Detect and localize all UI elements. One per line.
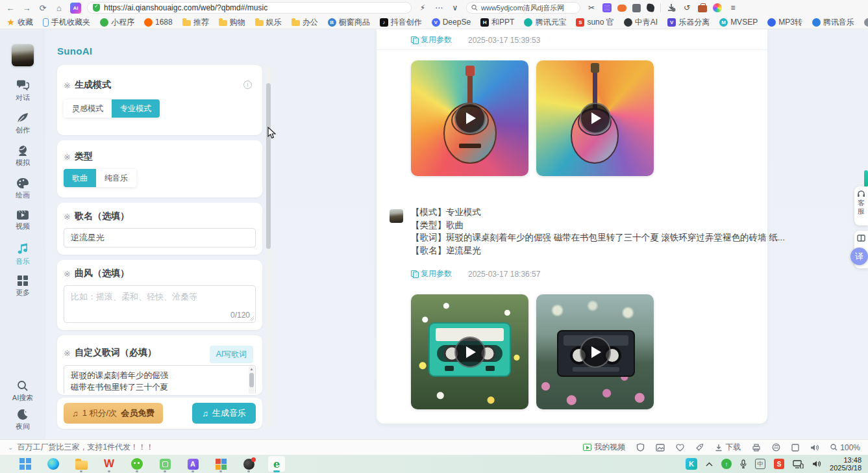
zoom-level[interactable]: 100% bbox=[830, 443, 860, 452]
more-dots-icon[interactable]: ⋯ bbox=[434, 3, 444, 13]
sidebar-item-more[interactable]: 更多 bbox=[0, 275, 45, 298]
reuse-params-button[interactable]: 复用参数 bbox=[411, 268, 452, 279]
avatar[interactable] bbox=[12, 44, 34, 66]
bookmark-item[interactable]: B 橱窗商品 bbox=[328, 17, 370, 28]
resize-handle[interactable] bbox=[249, 316, 254, 321]
bookmark-item[interactable]: V 乐器分离 bbox=[667, 17, 710, 28]
bookmark-item[interactable]: 推荐 bbox=[182, 17, 209, 28]
reading-mode-icon[interactable] bbox=[632, 4, 641, 12]
sidebar-item-chat[interactable]: 对话 bbox=[0, 80, 45, 103]
scroll-up-icon[interactable]: ▲ bbox=[249, 366, 254, 372]
scrollbar-thumb[interactable] bbox=[266, 83, 271, 249]
reuse-params-button[interactable]: 复用参数 bbox=[411, 34, 452, 45]
address-bar[interactable]: https://ai.qianshouaigc.com/web/?qbmd#/m… bbox=[87, 2, 412, 14]
play-button[interactable] bbox=[454, 337, 486, 368]
bookmark-item[interactable]: V DeepSe bbox=[432, 18, 471, 27]
type-option-instrumental[interactable]: 纯音乐 bbox=[96, 169, 136, 187]
album-art-cassette-2[interactable] bbox=[536, 294, 654, 409]
sidebar-item-music[interactable]: 音乐 bbox=[0, 242, 45, 266]
style-textarea[interactable]: 比如：摇滚、柔和、轻快、沧桑等 0/120 bbox=[64, 285, 256, 323]
bookmark-item[interactable]: 网易音乐 bbox=[864, 17, 868, 28]
toolbox-icon[interactable] bbox=[698, 5, 707, 12]
taskbar-player[interactable] bbox=[240, 456, 257, 472]
window-icon[interactable] bbox=[791, 444, 799, 452]
input-method-icon[interactable]: 中 bbox=[755, 459, 765, 469]
collapse-icon[interactable]: ⌄ bbox=[8, 444, 13, 451]
taskbar-explorer[interactable] bbox=[73, 456, 90, 472]
ai-write-lyrics-button[interactable]: AI写歌词 bbox=[210, 346, 253, 363]
bookmark-item[interactable]: 收藏 bbox=[6, 17, 33, 28]
rocket-icon[interactable] bbox=[695, 443, 704, 452]
heart-icon[interactable] bbox=[676, 444, 684, 452]
sogou-input-icon[interactable]: S bbox=[774, 459, 784, 469]
play-button[interactable] bbox=[454, 103, 486, 134]
download-button[interactable]: 下载 bbox=[715, 442, 741, 453]
sidebar-item-paint[interactable]: 绘画 bbox=[0, 177, 45, 200]
my-video-button[interactable]: 我的视频 bbox=[583, 442, 625, 453]
taskbar-wps[interactable]: W bbox=[101, 456, 118, 472]
lyrics-textarea[interactable]: 斑驳的课桌刻着年少的倔强 磁带在书包里转了三十个夏 滚铁环穿过弄堂褪色的砖墙 ▲ bbox=[64, 365, 256, 394]
ie-icon[interactable] bbox=[772, 443, 780, 452]
sidebar-item-video[interactable]: 视频 bbox=[0, 210, 45, 231]
bookmark-item[interactable]: MP3转 bbox=[767, 17, 802, 28]
taskbar-edge[interactable] bbox=[45, 456, 62, 472]
bookmark-item[interactable]: 腾讯元宝 bbox=[524, 17, 566, 28]
play-button[interactable] bbox=[580, 337, 611, 368]
type-option-song[interactable]: 歌曲 bbox=[64, 169, 96, 187]
album-art-guitar-2[interactable] bbox=[536, 60, 654, 176]
volume-icon[interactable] bbox=[812, 460, 821, 468]
extension-purple-icon[interactable] bbox=[602, 3, 612, 12]
bookmark-item[interactable]: H 和PPT bbox=[480, 17, 514, 28]
page-scroll-indicator[interactable] bbox=[864, 170, 868, 187]
search-box[interactable]: www5ydjcom清风dj音乐网 bbox=[466, 2, 580, 14]
panel-scrollbar[interactable] bbox=[266, 65, 271, 429]
extension-dark-icon[interactable] bbox=[646, 3, 655, 12]
credit-cost-button[interactable]: ♫ 1 积分/次 会员免费 bbox=[64, 403, 163, 424]
customer-service-widget[interactable]: 客服 bbox=[854, 186, 868, 225]
bookmark-item[interactable]: 娱乐 bbox=[255, 17, 282, 28]
scrollbar-thumb[interactable] bbox=[249, 373, 254, 387]
lyrics-scrollbar[interactable]: ▲ bbox=[249, 366, 254, 394]
mode-option-inspiration[interactable]: 灵感模式 bbox=[64, 99, 112, 118]
game-center-icon[interactable] bbox=[617, 5, 626, 12]
kuaishou-tray-icon[interactable]: K bbox=[686, 458, 697, 470]
album-art-guitar-1[interactable] bbox=[411, 60, 528, 176]
ai-assistant-icon[interactable]: AI bbox=[70, 3, 81, 14]
bookmark-item[interactable]: 手机收藏夹 bbox=[43, 17, 90, 28]
mode-option-professional[interactable]: 专业模式 bbox=[112, 99, 160, 118]
forward-icon[interactable]: → bbox=[21, 3, 32, 13]
image-icon[interactable] bbox=[656, 444, 665, 452]
bookmark-item[interactable]: S suno 官 bbox=[576, 17, 614, 28]
bookmark-item[interactable]: ♪ 抖音创作 bbox=[380, 17, 422, 28]
undo-icon[interactable]: ↺ bbox=[682, 3, 692, 13]
bookmark-item[interactable]: 小程序 bbox=[100, 17, 134, 28]
sidebar-item-ai-search[interactable]: AI搜索 bbox=[0, 380, 45, 403]
start-button[interactable] bbox=[17, 456, 34, 472]
bookmark-item[interactable]: 购物 bbox=[219, 17, 245, 28]
info-icon[interactable]: ! bbox=[243, 81, 252, 89]
translate-button[interactable]: 译 bbox=[850, 248, 868, 265]
printer-icon[interactable] bbox=[752, 444, 761, 452]
menu-icon[interactable]: ≡ bbox=[728, 3, 738, 13]
taskbar-office-suite[interactable] bbox=[212, 456, 229, 472]
home-icon[interactable]: ⌂ bbox=[54, 3, 64, 13]
taskbar-screenshot[interactable] bbox=[156, 456, 173, 472]
scissors-icon[interactable]: ✂ bbox=[586, 3, 597, 13]
speaker-icon[interactable] bbox=[810, 444, 819, 452]
album-art-cassette-1[interactable] bbox=[411, 294, 528, 409]
speedup-tray-icon[interactable]: ↑ bbox=[721, 459, 732, 469]
song-name-input[interactable] bbox=[64, 228, 256, 248]
theme-wheel-icon[interactable] bbox=[713, 3, 722, 12]
download-icon[interactable] bbox=[667, 3, 676, 12]
taskbar-assistant[interactable]: A bbox=[184, 456, 201, 472]
taskbar-wechat[interactable] bbox=[129, 456, 145, 472]
bookmark-item[interactable]: 中青AI bbox=[624, 17, 658, 28]
sidebar-item-simulate[interactable]: 模拟 bbox=[0, 145, 45, 168]
sidebar-item-night[interactable]: 夜间 bbox=[0, 409, 45, 431]
play-button[interactable] bbox=[580, 103, 611, 134]
sidebar-item-create[interactable]: 创作 bbox=[0, 112, 45, 135]
generate-music-button[interactable]: ♫ 生成音乐 bbox=[192, 403, 256, 424]
taskbar-browser-active[interactable]: e bbox=[268, 456, 285, 472]
shield-icon[interactable] bbox=[636, 443, 645, 452]
taskbar-clock[interactable]: 13:48 2025/3/18 bbox=[830, 456, 862, 472]
